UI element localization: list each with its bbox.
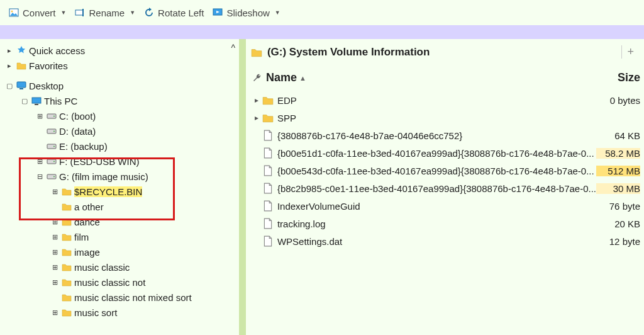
drive-icon (47, 141, 57, 151)
expand-icon[interactable]: ▸ (5, 47, 14, 55)
file-icon (262, 147, 274, 159)
rotate-left-icon (144, 8, 154, 18)
expand-icon[interactable]: ▸ (252, 113, 261, 122)
file-row[interactable]: WPSettings.dat12 byte (246, 232, 644, 250)
tree-folder-item[interactable]: ⊞music sort (3, 305, 239, 320)
expand-icon[interactable]: ⊞ (35, 112, 44, 120)
rotate-left-button[interactable]: Rotate Left (142, 6, 206, 20)
tree-folder-item[interactable]: ⊞$RECYCLE.BIN (3, 184, 239, 199)
tree-label: music classic not mixed sort (74, 292, 192, 303)
expand-icon[interactable]: ⊞ (50, 309, 59, 317)
folder-row[interactable]: ▸EDP0 bytes (246, 91, 644, 109)
slideshow-button[interactable]: Slideshow ▼ (210, 6, 282, 20)
expand-icon[interactable]: ▸ (252, 96, 261, 105)
tree-drive-g[interactable]: ⊟ G: (film image music) (3, 169, 239, 184)
file-row[interactable]: {3808876b-c176-4e48-b7ae-04046e6cc752}64… (246, 127, 644, 144)
wrench-icon[interactable] (252, 73, 262, 83)
tree-desktop[interactable]: ▢ Desktop (3, 78, 239, 93)
tree-label: dance (74, 217, 100, 227)
collapse-icon[interactable]: ▢ (5, 82, 14, 90)
tree-scroll-up[interactable]: ^ (231, 43, 235, 53)
rename-label: Rename (89, 8, 125, 18)
file-icon (262, 236, 274, 247)
folder-icon (62, 202, 72, 212)
tree-folder-item[interactable]: ⊞dance (3, 214, 239, 229)
expand-icon[interactable]: ⊞ (35, 157, 44, 166)
column-name[interactable]: Name ▲ (266, 71, 596, 84)
file-name: {b00e543d-c0fa-11ee-b3ed-40167ea999ad}{3… (277, 166, 596, 176)
file-rows: ▸EDP0 bytes▸SPP{3808876b-c176-4e48-b7ae-… (246, 91, 644, 335)
tree-drive-f[interactable]: ⊞ F: (ESD-USB WIN) (3, 154, 239, 169)
expand-icon[interactable]: ⊞ (50, 188, 59, 196)
convert-icon (9, 8, 19, 18)
folder-icon (251, 47, 262, 58)
breadcrumb-title: (G:) System Volume Information (267, 46, 430, 59)
file-row[interactable]: {b8c2b985-c0e1-11ee-b3ed-40167ea999ad}{3… (246, 179, 644, 197)
drive-icon (47, 126, 57, 136)
folder-icon (62, 277, 72, 287)
file-row[interactable]: tracking.log20 KB (246, 215, 644, 232)
folder-icon (262, 94, 274, 106)
expand-icon[interactable]: ⊞ (50, 248, 59, 256)
tree-folder-item[interactable]: ⊞music classic (3, 259, 239, 275)
tree-drive-e[interactable]: E: (backup) (3, 139, 239, 154)
collapse-icon[interactable]: ⊟ (35, 173, 44, 181)
ribbon-band (0, 25, 644, 39)
folder-icon (262, 112, 274, 123)
chevron-down-icon: ▼ (61, 9, 67, 16)
rename-icon (75, 8, 85, 18)
tree-label: music classic (74, 262, 130, 273)
tree-drive-d[interactable]: D: (data) (3, 123, 239, 139)
tree-label: G: (film image music) (59, 171, 148, 182)
tree-folder-item[interactable]: ⊞music classic not (3, 275, 239, 290)
file-name: WPSettings.dat (277, 236, 596, 247)
file-name: IndexerVolumeGuid (277, 201, 596, 212)
file-row[interactable]: IndexerVolumeGuid76 byte (246, 197, 644, 215)
file-name: {b8c2b985-c0e1-11ee-b3ed-40167ea999ad}{3… (277, 183, 596, 194)
tree-label: This PC (44, 96, 77, 106)
expand-icon[interactable]: ⊞ (50, 278, 59, 287)
tree-folder-item[interactable]: music classic not mixed sort (3, 290, 239, 305)
column-size[interactable]: Size (596, 71, 640, 84)
folder-tree: ^ ▸ Quick access ▸ Favorites ▢ Desktop ▢… (0, 39, 239, 335)
convert-button[interactable]: Convert ▼ (6, 6, 69, 20)
convert-label: Convert (23, 8, 56, 18)
folder-row[interactable]: ▸SPP (246, 109, 644, 127)
chevron-down-icon: ▼ (130, 9, 135, 16)
file-list-pane: (G:) System Volume Information + Name ▲ … (246, 39, 644, 335)
expand-icon[interactable]: ⊞ (50, 218, 59, 226)
tree-favorites[interactable]: ▸ Favorites (3, 58, 239, 73)
tree-folder-item[interactable]: ⊞image (3, 244, 239, 259)
file-size: 0 bytes (596, 95, 640, 106)
expand-icon[interactable]: ⊞ (50, 233, 59, 241)
file-size: 30 MB (596, 183, 640, 194)
file-size: 512 MB (596, 166, 640, 176)
rename-button[interactable]: Rename ▼ (72, 6, 138, 20)
tree-label: D: (data) (59, 126, 96, 137)
expand-icon[interactable]: ▸ (5, 62, 14, 70)
tree-folder-item[interactable]: ⊞film (3, 229, 239, 244)
tree-folder-item[interactable]: a other (3, 199, 239, 214)
tree-label: a other (74, 202, 104, 212)
tree-drive-c[interactable]: ⊞ C: (boot) (3, 108, 239, 123)
folder-icon (62, 232, 72, 242)
tree-this-pc[interactable]: ▢ This PC (3, 93, 239, 108)
pane-splitter[interactable] (239, 39, 246, 335)
collapse-icon[interactable]: ▢ (20, 97, 29, 105)
expand-icon[interactable]: ⊞ (50, 263, 59, 271)
drive-icon (47, 111, 57, 121)
tree-label: F: (ESD-USB WIN) (59, 156, 140, 167)
column-name-label: Name (266, 71, 297, 84)
add-tab-button[interactable]: + (621, 45, 639, 59)
sort-asc-icon: ▲ (299, 74, 306, 82)
tree-label: film (74, 232, 89, 242)
file-icon (262, 130, 274, 141)
tree-label: C: (boot) (59, 111, 96, 122)
tree-quick-access[interactable]: ▸ Quick access (3, 43, 239, 58)
file-row[interactable]: {b00e51d1-c0fa-11ee-b3ed-40167ea999ad}{3… (246, 144, 644, 162)
file-icon (262, 183, 274, 194)
slideshow-label: Slideshow (226, 8, 269, 18)
file-name: EDP (277, 95, 596, 106)
list-header: Name ▲ Size (246, 65, 644, 91)
file-row[interactable]: {b00e543d-c0fa-11ee-b3ed-40167ea999ad}{3… (246, 162, 644, 179)
